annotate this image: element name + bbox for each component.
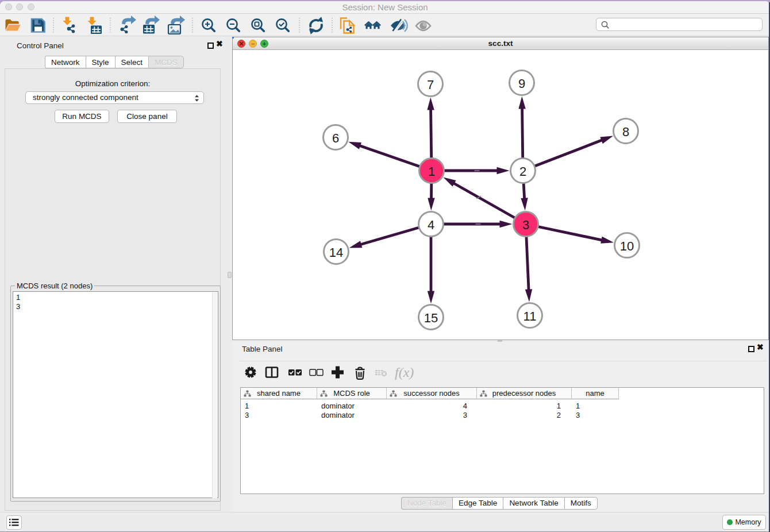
svg-text:1: 1 [428,164,435,179]
svg-text:3: 3 [522,218,529,232]
svg-text:9: 9 [518,76,525,91]
svg-text:11: 11 [523,309,537,323]
svg-text:14: 14 [329,245,343,260]
svg-text:8: 8 [622,125,629,139]
svg-text:f(x): f(x) [395,365,414,380]
svg-text:2: 2 [519,164,526,179]
svg-text:7: 7 [427,78,434,92]
svg-text:6: 6 [332,131,339,145]
svg-text:15: 15 [424,311,438,325]
svg-text:4: 4 [428,218,434,232]
svg-text:10: 10 [620,239,634,253]
